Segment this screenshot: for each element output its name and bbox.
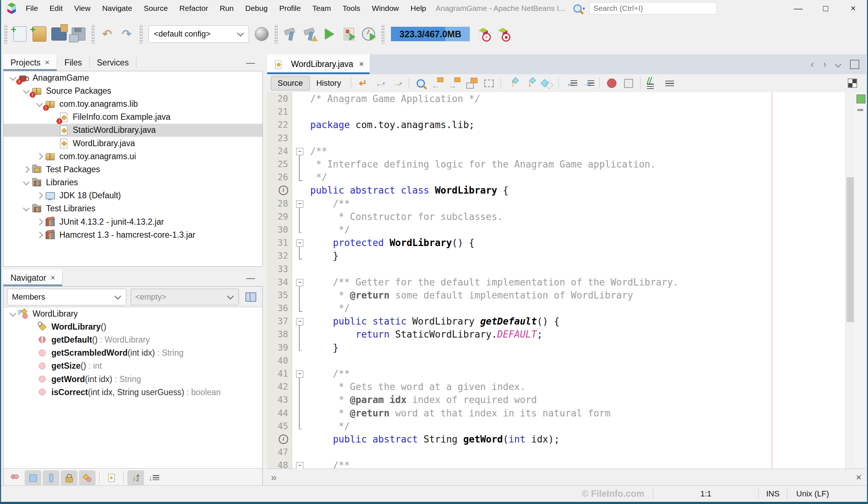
tab-projects[interactable]: Projects × [3, 54, 57, 71]
web-browser-button[interactable]: ▾ [252, 24, 271, 45]
toggle-highlight-button[interactable] [463, 75, 480, 91]
code-text[interactable]: package com.toy.anagrams.lib; [307, 118, 475, 131]
close-icon[interactable]: × [359, 59, 364, 69]
code-line[interactable]: 43 * @param idx index of required word [267, 393, 866, 406]
chevron-right-icon[interactable] [23, 166, 29, 173]
editor-tab-wordlibrary[interactable]: WordLibrary.java × [267, 54, 370, 74]
chevron-down-icon[interactable] [36, 100, 43, 107]
document-list-icon[interactable] [835, 61, 841, 67]
navigator-root[interactable]: WordLibrary [4, 307, 262, 320]
memory-meter[interactable]: 323.3/467.0MB [391, 27, 470, 41]
show-inner-classes-button[interactable] [103, 470, 120, 486]
shift-right-button[interactable]: → [579, 75, 596, 91]
code-line[interactable]: 30 */ [267, 223, 866, 236]
menu-source[interactable]: Source [138, 0, 174, 17]
inspect-dropdown[interactable]: <empty> [131, 289, 239, 305]
members-view-dropdown[interactable]: Members [7, 289, 126, 305]
open-javadoc-button[interactable] [243, 289, 259, 305]
code-text[interactable]: } [307, 341, 338, 354]
chevron-right-icon[interactable] [36, 192, 43, 199]
navigator-member[interactable]: getDefault() : WordLibrary [4, 333, 262, 346]
next-suggestion-button[interactable] [620, 75, 637, 91]
code-text[interactable]: public static WordLibrary getDefault() { [307, 315, 560, 328]
tree-item[interactable]: JDK 18 (Default) [4, 189, 262, 202]
next-bookmark-button[interactable]: ↓ [521, 75, 538, 91]
chevron-right-icon[interactable] [36, 153, 43, 160]
tab-services[interactable]: Services [90, 54, 136, 71]
code-line[interactable]: 36 */ [267, 302, 866, 315]
fold-marker[interactable]: − [292, 145, 307, 158]
code-text[interactable]: public abstract class WordLibrary { [307, 184, 509, 197]
tree-item[interactable]: StaticWordLibrary.java [4, 124, 262, 137]
show-static-button[interactable] [61, 470, 77, 486]
toolbar-grip[interactable] [274, 24, 278, 44]
code-text[interactable]: public abstract String getWord(int idx); [307, 433, 560, 446]
tree-item[interactable]: Test Packages [4, 163, 262, 176]
code-text[interactable]: /** [307, 145, 327, 158]
code-text[interactable]: * Constructor for subclasses. [307, 210, 503, 223]
new-file-button[interactable]: + [10, 24, 30, 45]
next-document-icon[interactable]: › [823, 59, 826, 70]
vertical-scrollbar[interactable] [845, 92, 855, 469]
code-text[interactable]: protected WordLibrary() { [307, 236, 475, 249]
search-dropdown-icon[interactable]: ▾ [583, 6, 585, 11]
maximize-editor-icon[interactable] [850, 60, 859, 69]
clean-build-button[interactable] [300, 24, 320, 45]
code-line[interactable]: 45 */ [267, 420, 866, 433]
tree-item[interactable]: JUnit 4.13.2 - junit-4.13.2.jar [4, 215, 262, 228]
fold-marker[interactable]: − [292, 276, 307, 289]
prev-document-icon[interactable]: ‹ [811, 59, 814, 70]
code-text[interactable]: */ [307, 420, 350, 433]
forward-button[interactable]: →▾ [388, 75, 405, 91]
implementations-icon[interactable]: i [279, 435, 288, 444]
code-text[interactable]: * Gets the word at a given index. [307, 380, 526, 393]
last-edit-button[interactable]: ↵ [354, 75, 371, 91]
profiler-telemetry-button[interactable] [473, 24, 493, 45]
close-icon[interactable]: × [856, 472, 866, 483]
code-text[interactable]: /** [307, 367, 350, 380]
show-fields-button[interactable] [25, 470, 41, 486]
fold-marker[interactable] [292, 249, 307, 262]
menu-team[interactable]: Team [307, 0, 337, 17]
fold-marker[interactable] [292, 223, 307, 236]
search-icon[interactable] [573, 4, 582, 13]
rect-selection-button[interactable] [480, 75, 497, 91]
chevron-right-icon[interactable] [36, 232, 43, 238]
fold-marker[interactable] [292, 289, 307, 302]
code-text[interactable]: * @return word at that index in its natu… [307, 407, 611, 420]
code-line[interactable]: 29 * Constructor for subclasses. [267, 210, 866, 223]
tree-item[interactable]: Test Libraries [4, 202, 262, 215]
chevron-down-icon[interactable] [9, 74, 16, 80]
code-line[interactable]: 41− /** [267, 367, 866, 380]
code-line[interactable]: 23 [267, 132, 866, 145]
code-line[interactable]: ipublic abstract class WordLibrary { [267, 184, 866, 197]
no-errors-indicator[interactable] [856, 94, 865, 103]
code-line[interactable]: 48− /** [267, 459, 866, 469]
tree-item[interactable]: !FileInfo.com Example.java [4, 111, 262, 124]
run-project-button[interactable]: ▾ [320, 24, 339, 45]
tree-item[interactable]: Hamcrest 1.3 - hamcrest-core-1.3.jar [4, 228, 262, 241]
fold-marker[interactable] [292, 171, 307, 184]
code-line[interactable]: 42 * Gets the word at a given index. [267, 380, 866, 393]
fold-collapse-icon[interactable]: − [296, 240, 303, 247]
tree-item[interactable]: com.toy.anagrams.ui [4, 150, 262, 163]
code-line[interactable]: 20/* Anagram Game Application */ [267, 92, 866, 105]
fold-marker[interactable] [292, 302, 307, 315]
fold-collapse-icon[interactable]: − [296, 318, 303, 325]
menu-profile[interactable]: Profile [273, 0, 307, 17]
menu-file[interactable]: File [20, 0, 44, 17]
quick-search[interactable]: ▾ [573, 2, 717, 14]
code-text[interactable]: * @param idx index of required word [307, 393, 537, 406]
code-text[interactable] [307, 354, 310, 367]
chevron-down-icon[interactable] [23, 179, 29, 185]
sort-by-name-button[interactable]: ↓AZ [127, 470, 144, 486]
stripe-marker[interactable] [857, 109, 863, 111]
tree-item[interactable]: !AnagramGame [4, 71, 262, 84]
uncomment-button[interactable] [661, 75, 678, 91]
code-text[interactable] [307, 446, 310, 459]
menu-view[interactable]: View [68, 0, 96, 17]
search-input[interactable] [589, 2, 717, 14]
code-text[interactable]: */ [307, 302, 350, 315]
toggle-bookmark-button[interactable] [538, 75, 555, 91]
fold-marker[interactable] [292, 407, 307, 420]
